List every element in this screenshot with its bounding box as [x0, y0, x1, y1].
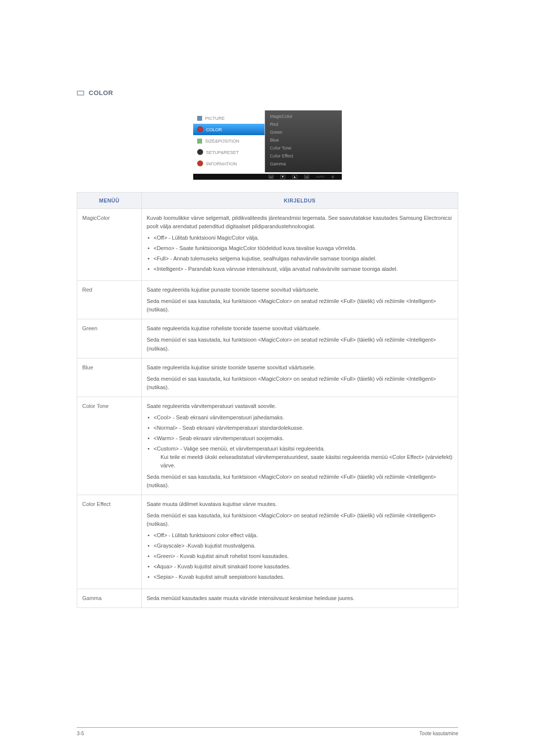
row-label: Gamma — [77, 589, 142, 607]
menu-table: MENÜÜ KIRJELDUS MagicColor Kuvab loomuli… — [77, 192, 458, 608]
row-desc: Seda menüüd kasutades saate muuta värvid… — [142, 589, 458, 607]
row-label: Color Tone — [77, 397, 142, 495]
section-title: COLOR — [89, 89, 113, 97]
osd-right-menu: MagicColor Red Green Blue Color Tone Col… — [265, 110, 342, 172]
table-row: Color Tone Saate reguleerida värvitemper… — [77, 397, 458, 495]
osd-screenshot: PICTURE COLOR SIZE&POSITION SETUP&RESET … — [193, 110, 342, 180]
table-row: Gamma Seda menüüd kasutades saate muuta … — [77, 589, 458, 607]
osd-item-info: INFORMATION — [193, 158, 265, 169]
footer-title: Toote kasutamine — [420, 731, 458, 736]
row-desc: Saate reguleerida kujutise siniste tooni… — [142, 358, 458, 397]
row-label: Green — [77, 319, 142, 358]
col-menu: MENÜÜ — [77, 193, 142, 209]
osd-bottom-bar: ▭▾▴▭ AUTO⏻ — [193, 174, 342, 180]
svg-rect-1 — [78, 92, 83, 95]
row-desc: Saate reguleerida kujutise punaste tooni… — [142, 281, 458, 319]
list-item: <Normal> - Seab ekraani värvitemperatuur… — [147, 424, 453, 432]
row-label: Blue — [77, 358, 142, 397]
table-row: Green Saate reguleerida kujutise rohelis… — [77, 319, 458, 358]
osd-item-picture: PICTURE — [193, 112, 265, 124]
section-icon — [77, 90, 85, 96]
list-item: <Aqua> - Kuvab kujutist ainult sinakaid … — [147, 562, 453, 571]
list-item: <Off> - Lülitab funktsiooni MagicColor v… — [147, 234, 453, 242]
page-footer: 3-5 Toote kasutamine — [77, 727, 458, 736]
row-desc: Saate reguleerida kujutise roheliste too… — [142, 319, 458, 358]
osd-item-size: SIZE&POSITION — [193, 135, 265, 147]
table-row: Blue Saate reguleerida kujutise siniste … — [77, 358, 458, 397]
page-number: 3-5 — [77, 731, 84, 736]
table-row: MagicColor Kuvab loomulikke värve selgem… — [77, 209, 458, 281]
osd-item-color: COLOR — [193, 124, 265, 135]
bullet-list: <Cool> - Seab ekraani värvitemperatuuri … — [147, 413, 453, 470]
bullet-list: <Off> - Lülitab funktsiooni color effect… — [147, 531, 453, 581]
table-row: Color Effect Saate muuta üldilmet kuvata… — [77, 495, 458, 589]
list-item: <Full> - Annab tulemuseks selgema kujuti… — [147, 254, 453, 263]
row-label: Red — [77, 281, 142, 319]
list-item: <Green> - Kuvab kujutist ainult rohelist… — [147, 552, 453, 560]
list-item: <Intelligent> - Parandab kuva värvuse in… — [147, 265, 453, 273]
list-item: <Grayscale> -Kuvab kujutist mustvalgena. — [147, 542, 453, 550]
table-row: Red Saate reguleerida kujutise punaste t… — [77, 281, 458, 319]
bullet-list: <Off> - Lülitab funktsiooni MagicColor v… — [147, 234, 453, 273]
list-item: <Custom> - Valige see menüü, et värvitem… — [147, 445, 453, 470]
row-label: MagicColor — [77, 209, 142, 281]
list-item: <Warm> - Seab ekraani värvitemperatuuri … — [147, 434, 453, 443]
row-desc: Saate reguleerida värvitemperatuuri vast… — [142, 397, 458, 495]
osd-left-menu: PICTURE COLOR SIZE&POSITION SETUP&RESET … — [193, 110, 265, 172]
row-label: Color Effect — [77, 495, 142, 589]
list-item: <Demo> - Saate funktsiooniga MagicColor … — [147, 244, 453, 252]
list-item: <Off> - Lülitab funktsiooni color effect… — [147, 531, 453, 540]
row-desc: Kuvab loomulikke värve selgemalt, pildik… — [142, 209, 458, 281]
col-desc: KIRJELDUS — [142, 193, 458, 209]
row-desc: Saate muuta üldilmet kuvatava kujutise v… — [142, 495, 458, 589]
section-heading: COLOR — [77, 89, 458, 97]
list-item: <Sepia> - Kuvab kujutist ainult seepiato… — [147, 573, 453, 581]
list-item: <Cool> - Seab ekraani värvitemperatuuri … — [147, 413, 453, 422]
osd-item-setup: SETUP&RESET — [193, 147, 265, 158]
